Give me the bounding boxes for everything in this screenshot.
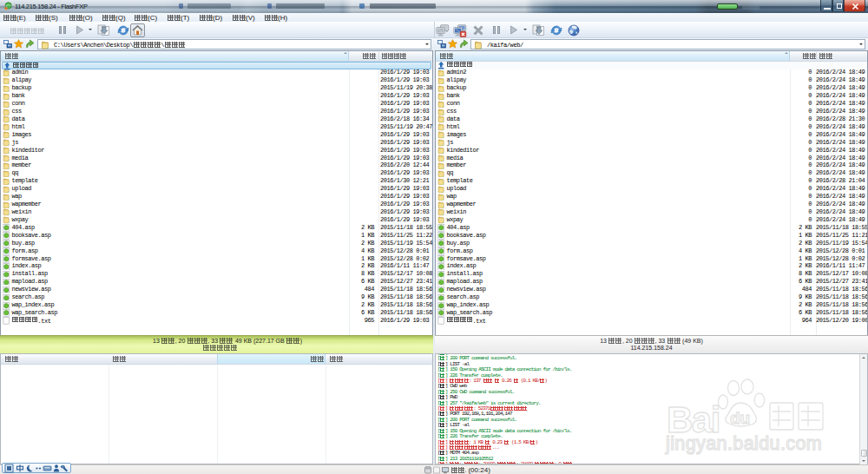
svg-text:jingyan.baidu.com: jingyan.baidu.com <box>665 433 822 454</box>
svg-text:du: du <box>730 409 750 427</box>
